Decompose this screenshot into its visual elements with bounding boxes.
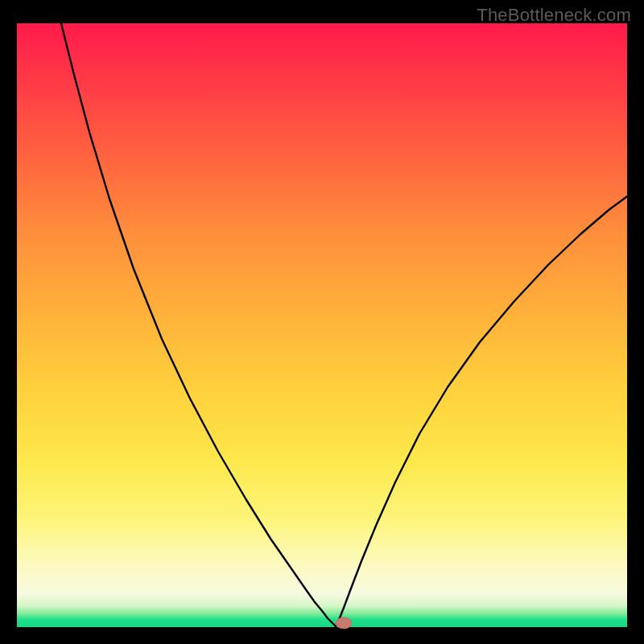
chart-frame: TheBottleneck.com <box>0 0 644 644</box>
curve-right-branch <box>336 196 627 626</box>
curve-left-branch <box>61 23 336 626</box>
plot-area <box>17 23 627 627</box>
minimum-marker <box>336 617 352 629</box>
watermark-text: TheBottleneck.com <box>477 5 631 26</box>
plot-svg <box>17 23 627 627</box>
